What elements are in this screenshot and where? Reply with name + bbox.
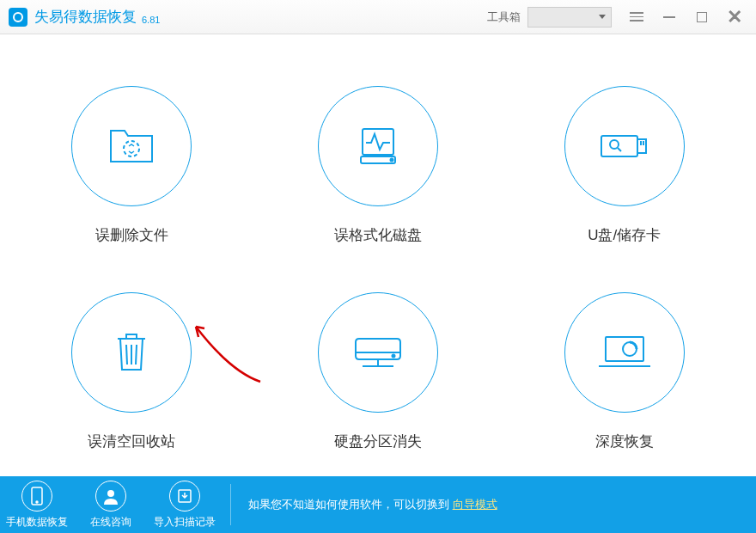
footer-button-label: 导入扫描记录	[154, 515, 216, 530]
option-formatted-disk[interactable]: 误格式化磁盘	[318, 86, 438, 245]
footer-bar: 手机数据恢复 在线咨询 导入扫描记录 如果您不知道如何使用软件，可以切换到 向导…	[0, 476, 756, 533]
footer-hint-text: 如果您不知道如何使用软件，可以切换到	[248, 498, 453, 511]
maximize-button[interactable]	[686, 1, 718, 34]
maximize-icon	[697, 12, 707, 22]
footer-phone-recovery-button[interactable]: 手机数据恢复	[0, 476, 74, 533]
main-content: 误删除文件 误格式化磁盘	[0, 34, 756, 476]
hard-drive-icon	[351, 332, 405, 373]
option-deep-recovery[interactable]: 深度恢复	[564, 292, 685, 451]
footer-import-scan-button[interactable]: 导入扫描记录	[148, 476, 222, 533]
app-version: 6.81	[142, 15, 160, 25]
option-label: 误清空回收站	[88, 432, 175, 451]
footer-wizard-mode-link[interactable]: 向导模式	[453, 498, 497, 511]
toolbox-label[interactable]: 工具箱	[487, 9, 521, 25]
option-emptied-recycle-bin[interactable]: 误清空回收站	[71, 292, 192, 451]
folder-recycle-icon	[107, 126, 155, 167]
import-icon	[177, 488, 192, 504]
option-label: 误删除文件	[95, 225, 168, 245]
app-logo-icon	[9, 8, 27, 27]
svg-point-3	[390, 159, 393, 162]
close-icon: ✕	[727, 6, 742, 28]
footer-divider	[230, 484, 231, 525]
svg-rect-4	[601, 136, 637, 156]
option-label: 误格式化磁盘	[334, 225, 422, 245]
dropdown-caret-icon	[599, 15, 606, 19]
laptop-scan-icon	[595, 332, 654, 373]
usb-card-icon	[596, 127, 653, 165]
trash-bin-icon	[113, 330, 150, 375]
footer-button-label: 在线咨询	[90, 515, 131, 530]
option-deleted-files[interactable]: 误删除文件	[71, 86, 192, 245]
svg-line-12	[136, 345, 137, 365]
app-title: 失易得数据恢复	[34, 7, 137, 27]
svg-line-9	[618, 148, 621, 151]
svg-point-21	[36, 501, 38, 503]
footer-hint: 如果您不知道如何使用软件，可以切换到 向导模式	[248, 497, 497, 512]
minimize-icon	[663, 16, 675, 18]
svg-point-8	[610, 140, 619, 149]
menu-button[interactable]	[620, 1, 653, 34]
hamburger-icon	[630, 12, 643, 21]
option-usb-memory-card[interactable]: U盘/储存卡	[564, 86, 685, 245]
phone-icon	[31, 487, 43, 505]
close-button[interactable]: ✕	[718, 1, 751, 34]
option-label: 硬盘分区消失	[334, 432, 422, 451]
svg-line-10	[126, 345, 127, 365]
person-icon	[102, 487, 119, 505]
recovery-options-grid: 误删除文件 误格式化磁盘	[52, 86, 704, 451]
titlebar: 失易得数据恢复 6.81 工具箱 ✕	[0, 0, 756, 34]
option-lost-partition[interactable]: 硬盘分区消失	[318, 292, 438, 451]
svg-point-0	[124, 141, 139, 156]
footer-online-consult-button[interactable]: 在线咨询	[74, 476, 148, 533]
svg-point-14	[392, 355, 394, 358]
option-label: U盘/储存卡	[588, 225, 661, 245]
toolbox-dropdown[interactable]	[527, 7, 612, 28]
disk-pulse-icon	[354, 122, 402, 170]
footer-button-label: 手机数据恢复	[6, 515, 68, 530]
minimize-button[interactable]	[653, 1, 686, 34]
svg-point-22	[107, 490, 114, 497]
window-controls: ✕	[620, 1, 751, 34]
option-label: 深度恢复	[595, 432, 654, 451]
